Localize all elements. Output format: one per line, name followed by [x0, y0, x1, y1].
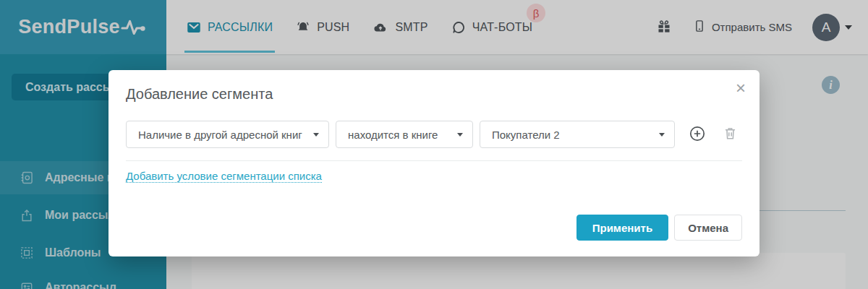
add-condition-icon-button[interactable]	[689, 125, 706, 144]
add-segment-modal: Добавление сегмента × Наличие в другой а…	[109, 70, 760, 256]
condition-operator-select[interactable]: находится в книге	[336, 121, 473, 148]
modal-footer: Применить Отмена	[576, 215, 742, 241]
app-root: i SendPulse РАССЫЛКИ PUSH	[0, 0, 868, 289]
select-caret-icon	[659, 133, 665, 137]
close-icon[interactable]: ×	[736, 79, 746, 97]
delete-condition-button[interactable]	[723, 126, 738, 143]
modal-divider	[126, 160, 742, 161]
trash-icon	[723, 126, 738, 143]
select-caret-icon	[457, 133, 463, 137]
condition-field-select[interactable]: Наличие в другой адресной книг	[126, 121, 329, 148]
selected-value: находится в книге	[348, 129, 438, 141]
selected-value: Покупатели 2	[492, 129, 560, 141]
plus-circle-icon	[689, 125, 706, 144]
modal-title: Добавление сегмента	[126, 86, 742, 103]
select-caret-icon	[313, 133, 319, 137]
add-segmentation-condition-link[interactable]: Добавить условие сегментации списка	[126, 170, 322, 183]
selected-value: Наличие в другой адресной книг	[138, 129, 302, 141]
apply-button[interactable]: Применить	[576, 215, 668, 241]
segment-condition-row: Наличие в другой адресной книг находится…	[126, 121, 742, 148]
cancel-button[interactable]: Отмена	[674, 215, 742, 241]
condition-value-select[interactable]: Покупатели 2	[480, 121, 675, 148]
